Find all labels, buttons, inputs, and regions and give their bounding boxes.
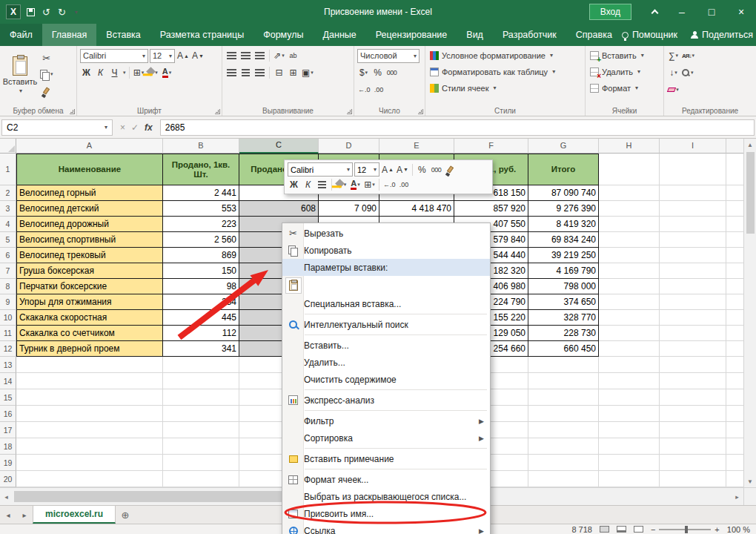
scroll-down-icon[interactable]: ▼ (747, 475, 753, 487)
font-size-select[interactable]: 12▾ (150, 49, 175, 63)
column-header-B[interactable]: B (163, 139, 239, 154)
ribbon-tab-Главная[interactable]: Главная (42, 24, 97, 46)
cell-A17[interactable] (16, 422, 163, 438)
cell-C3[interactable]: 608 (239, 201, 319, 217)
mini-format-painter-button[interactable] (444, 163, 457, 177)
mini-borders-button[interactable]: ⊞▾ (363, 178, 376, 191)
vertical-scrollbar[interactable]: ▲ ▼ (743, 139, 756, 487)
ribbon-tab-Формулы[interactable]: Формулы (253, 24, 313, 46)
zoom-out-icon[interactable]: − (651, 525, 655, 534)
column-header-I[interactable]: I (660, 139, 726, 154)
page-break-view-icon[interactable] (634, 526, 643, 533)
cell-H16[interactable] (599, 406, 660, 422)
row-header-5[interactable]: 5 (0, 232, 16, 248)
cell-A16[interactable] (16, 406, 163, 422)
cell-H20[interactable] (599, 471, 660, 487)
cell-B15[interactable] (163, 389, 239, 406)
increase-indent-button[interactable]: ⊞ (287, 66, 299, 79)
ribbon-tab-Рецензирование[interactable]: Рецензирование (366, 24, 457, 46)
cell-G18[interactable] (528, 438, 599, 455)
next-sheet-icon[interactable]: ▸ (16, 506, 33, 524)
fill-button[interactable]: ↓▾ (667, 66, 680, 79)
cell-I7[interactable] (660, 263, 726, 279)
wrap-text-button[interactable]: ab (287, 49, 299, 62)
cell-B11[interactable]: 112 (163, 326, 239, 341)
row-header-11[interactable]: 11 (0, 326, 16, 341)
redo-icon[interactable]: ↻ (58, 7, 66, 18)
cell-H6[interactable] (599, 248, 660, 263)
row-header-20[interactable]: 20 (0, 471, 16, 487)
column-header-H[interactable]: H (599, 139, 660, 154)
cancel-icon[interactable]: × (120, 122, 125, 133)
share-button[interactable]: Поделиться (691, 30, 753, 40)
format-painter-button[interactable] (39, 84, 54, 97)
zoom-in-icon[interactable]: + (714, 525, 719, 534)
cell-G17[interactable] (528, 422, 599, 438)
cell-A6[interactable]: Велосипед трековый (16, 248, 163, 263)
context-menu-item-paste-options[interactable]: Параметры вставки: (282, 259, 490, 276)
ribbon-tab-Разработчик[interactable]: Разработчик (493, 24, 566, 46)
row-header-7[interactable]: 7 (0, 263, 16, 279)
cell-D3[interactable]: 7 090 (319, 201, 379, 217)
cell-G13[interactable] (528, 357, 599, 373)
context-menu-item-define-name[interactable]: Присвоить имя... (282, 505, 490, 522)
mini-grow-font-button[interactable]: A▲ (381, 163, 394, 177)
insert-cells-ribbon-button[interactable]: + Вставить▾ (588, 48, 660, 62)
scroll-right-icon[interactable]: ▸ (731, 493, 743, 501)
mini-shrink-font-button[interactable]: A▼ (396, 163, 409, 177)
cell-A4[interactable]: Велосипед дорожный (16, 217, 163, 232)
cell-A1[interactable]: Наименование (16, 154, 163, 185)
formula-input[interactable]: 2685 (160, 119, 755, 136)
cell-G16[interactable] (528, 406, 599, 422)
font-name-select[interactable]: Calibri▾ (80, 49, 148, 63)
cell-B17[interactable] (163, 422, 239, 438)
context-menu-item-pick-from-dropdown[interactable]: Выбрать из раскрывающегося списка... (282, 488, 490, 505)
align-top-button[interactable] (225, 49, 238, 62)
underline-button[interactable]: Ч (108, 66, 121, 79)
cell-I16[interactable] (660, 406, 726, 422)
cell-G12[interactable]: 660 450 (528, 341, 599, 357)
save-icon[interactable] (27, 8, 35, 16)
ribbon-tab-Справка[interactable]: Справка (566, 24, 622, 46)
qat-customize-icon[interactable]: ▾ (75, 9, 78, 16)
column-header-G[interactable]: G (528, 139, 599, 154)
mini-italic-button[interactable]: К (302, 178, 314, 191)
column-header-E[interactable]: E (379, 139, 454, 154)
cell-B7[interactable]: 150 (163, 263, 239, 279)
cell-I8[interactable] (660, 279, 726, 294)
cell-B5[interactable]: 2 560 (163, 232, 239, 248)
cell-I5[interactable] (660, 232, 726, 248)
zoom-slider[interactable] (659, 529, 711, 530)
close-button[interactable]: × (726, 0, 756, 24)
ribbon-tab-Разметка страницы[interactable]: Разметка страницы (150, 24, 253, 46)
ribbon-tab-Вставка[interactable]: Вставка (96, 24, 150, 46)
cell-B6[interactable]: 869 (163, 248, 239, 263)
increase-decimal-button[interactable]: ←.0 (357, 83, 371, 96)
cell-G9[interactable]: 374 650 (528, 294, 599, 310)
comma-style-button[interactable]: 000 (385, 66, 398, 79)
format-as-table-button[interactable]: Форматировать как таблицу▾ (428, 65, 582, 79)
cell-H13[interactable] (599, 357, 660, 373)
cell-H3[interactable] (599, 201, 660, 217)
cell-H1[interactable] (599, 154, 660, 185)
cell-I19[interactable] (660, 455, 726, 471)
ribbon-tab-Данные[interactable]: Данные (314, 24, 366, 46)
context-menu-item-filter[interactable]: Фильтр▶ (282, 412, 490, 429)
context-menu-item-copy[interactable]: Копировать (282, 242, 490, 259)
context-menu-item-insert-cells[interactable]: Вставить... (282, 337, 490, 354)
cell-I13[interactable] (660, 357, 726, 373)
cell-G4[interactable]: 8 419 320 (528, 217, 599, 232)
context-menu-item-paste-special[interactable]: Специальная вставка... (282, 295, 490, 312)
tell-me-button[interactable]: Помощник (622, 30, 677, 40)
mini-decrease-decimal-button[interactable]: ←.0 (382, 178, 397, 191)
ribbon-tab-Файл[interactable]: Файл (0, 24, 42, 46)
cell-I14[interactable] (660, 373, 726, 389)
accounting-format-button[interactable]: $▾ (357, 66, 370, 79)
mini-font-size-select[interactable]: 12▾ (354, 162, 379, 177)
cell-I15[interactable] (660, 389, 726, 406)
cell-G2[interactable]: 87 090 740 (528, 185, 599, 201)
cell-B1[interactable]: Продано, 1кв. Шт. (163, 154, 239, 185)
delete-cells-ribbon-button[interactable]: × Удалить▾ (588, 65, 660, 79)
shrink-font-button[interactable]: A▼ (191, 49, 205, 62)
mini-increase-decimal-button[interactable]: .00 (398, 178, 411, 191)
